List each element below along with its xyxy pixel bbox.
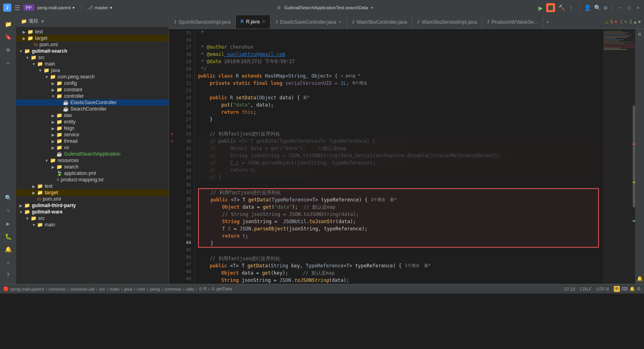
tree-item-controller[interactable]: ▼ 📁 controller — [16, 93, 169, 99]
tree-item-elastic-controller[interactable]: ☕ ElasticSaveController — [16, 99, 169, 106]
tree-item-test-2[interactable]: ▶ 📁 test — [16, 183, 169, 189]
tree-item-application-yml[interactable]: 🍃 application.yml — [16, 170, 169, 177]
tree-item-test[interactable]: ▶ 📁 test — [16, 29, 169, 35]
tree-item-feign[interactable]: ▶ 📁 feign — [16, 125, 169, 131]
file-tree-header: 📁 项目 ▾ — [16, 15, 169, 27]
tree-item-main-ware[interactable]: ▼ 📁 main — [16, 222, 169, 228]
tab-overflow-menu[interactable]: ▾ — [543, 19, 552, 25]
minimize-button[interactable]: — — [617, 5, 623, 10]
bookmarks-icon[interactable]: 🔖 — [2, 31, 14, 43]
tree-item-gulimall-third[interactable]: ▶ 📁 gulimall-third-party — [16, 202, 169, 209]
tree-item-dao[interactable]: ▶ 📁 dao — [16, 112, 169, 119]
file-tree-panel: 📁 项目 ▾ ▶ 📁 test ▶ 📁 target m — [16, 15, 169, 284]
tree-item-gulimall-app[interactable]: ☕ GulimallSearchApplication — [16, 151, 169, 157]
code-line-33: // T t = JSON.parseObject(jsonString, ty… — [198, 159, 600, 166]
line-numbers: 15 16 17 18 19 20 21 22 23 24 25 26 27 2… — [175, 29, 195, 284]
maven-icon[interactable]: m — [638, 31, 641, 37]
file-tree-content[interactable]: ▶ 📁 test ▶ 📁 target m pom.xml ▼ 📁 — [16, 27, 169, 284]
code-line-19: * @date 2016年10月27日 下午9:59:27 — [198, 58, 600, 65]
tab-ware-service[interactable]: J WareSkuServiceImpl.java — [412, 15, 482, 29]
run-button[interactable]: ▶ — [539, 4, 543, 12]
code-line-42: T t = JSON.parseObject(jsonString, typeR… — [199, 225, 598, 232]
tree-item-target[interactable]: ▶ 📁 target — [16, 35, 169, 41]
gutter-marks: ⊘ ⊘ — [169, 29, 175, 284]
tree-item-search-folder[interactable]: ▶ 📁 search — [16, 164, 169, 170]
problems-icon[interactable]: ⚠ — [2, 257, 14, 268]
warning-marker — [633, 182, 635, 183]
tab-elastic-controller[interactable]: J ElasticSaveController.java ✕ — [270, 15, 347, 29]
search-icon[interactable]: 🔍 — [594, 4, 601, 11]
build-button[interactable]: 🔨 — [558, 4, 565, 11]
code-line-34: // return t; — [198, 166, 600, 174]
debug-icon[interactable]: 🐛 — [2, 231, 14, 242]
tree-item-search-controller[interactable]: ☕ SearchController — [16, 106, 169, 112]
git-icon[interactable]: ⑂ — [2, 205, 14, 216]
code-content[interactable]: * * @author chenshun * @email sunlightcs… — [195, 29, 603, 284]
editor-area: J SpuInfoServiceImpl.java R R.java ✕ J E… — [169, 15, 644, 284]
titlebar: J ☰ PP peng-mall-parent ▾ | ⎇ master ▾ ⚙… — [0, 0, 644, 15]
project-badge: PP — [23, 4, 34, 11]
notifications-right[interactable]: 🔔 — [637, 276, 643, 281]
editor-warnings: ⚠ 5 ✖ 1 ✎ 2 ▲ ▼ — [602, 19, 644, 25]
code-line-46: // 利用fastjson进行反序列化 — [198, 255, 600, 262]
code-line-25: put("data", data); — [198, 101, 600, 109]
more-actions[interactable]: ⋮ — [568, 4, 574, 11]
code-line-47: public <T> T getData(String key, TypeRef… — [198, 262, 600, 269]
tree-item-service[interactable]: ▶ 📁 service — [16, 131, 169, 138]
tree-item-pomxml-1[interactable]: m pom.xml — [16, 41, 169, 48]
code-line-39: Object data = get("data"); // 默认是map — [199, 203, 598, 211]
code-line-18: * @email sunlightcs@gmail.com — [198, 51, 600, 58]
tab-r-java[interactable]: R R.java ✕ — [236, 15, 270, 29]
code-line-16 — [198, 36, 600, 43]
project-icon[interactable]: 📁 — [2, 18, 14, 30]
tree-item-product-mapping[interactable]: ≡ product-mapping.txt — [16, 177, 169, 183]
tree-item-vo[interactable]: ▶ 📁 vo — [16, 144, 169, 151]
tab-spu-service[interactable]: J SpuInfoServiceImpl.java — [169, 15, 236, 29]
user-icon[interactable]: 👤 — [584, 4, 591, 11]
branch-selector[interactable]: ⎇ master ▾ — [87, 5, 112, 10]
minimap-scrollbar[interactable] — [633, 105, 635, 207]
close-button[interactable]: ✕ — [635, 5, 641, 10]
tree-item-gulimall-search[interactable]: ▼ 📁 gulimall-search — [16, 48, 169, 54]
tab-elastic-close[interactable]: ✕ — [339, 20, 342, 24]
tab-product-attr[interactable]: J ProductAttrValueSe... — [482, 15, 543, 29]
tree-item-config[interactable]: ▶ 📁 config — [16, 80, 169, 86]
structure-icon[interactable]: ⊞ — [2, 44, 14, 55]
tree-item-resources[interactable]: ▼ 📁 resources — [16, 157, 169, 164]
tab-bar: J SpuInfoServiceImpl.java R R.java ✕ J E… — [169, 15, 644, 29]
tree-item-com-peng-search[interactable]: ▼ 📁 com.peng.search — [16, 74, 169, 80]
code-line-21: public class R extends HashMap<String, O… — [198, 72, 600, 80]
tree-item-gulimall-ware[interactable]: ▼ 📁 gulimall-ware — [16, 209, 169, 215]
tree-item-entity[interactable]: ▶ 📁 entity — [16, 119, 169, 125]
minimap — [603, 29, 635, 284]
status-bar: 🔴 peng-mall-parent › common › common-uti… — [0, 284, 644, 294]
tree-item-constant[interactable]: ▶ 📁 constant — [16, 86, 169, 93]
run-icon[interactable]: ▶ — [2, 218, 14, 229]
app-logo: J — [3, 4, 11, 12]
settings-icon[interactable]: ⚙ — [604, 4, 607, 11]
tree-item-thread[interactable]: ▶ 📁 thread — [16, 138, 169, 144]
project-name[interactable]: peng-mall-parent ▾ — [37, 5, 75, 10]
maximize-button[interactable]: □ — [626, 5, 632, 10]
tree-item-java[interactable]: ▼ 📁 java — [16, 67, 169, 74]
debug-button[interactable]: ⬛ — [546, 3, 555, 12]
tab-ware-controller[interactable]: J WareSkuController.java — [347, 15, 412, 29]
notifications-icon[interactable]: 🔔 — [2, 244, 14, 255]
code-line-23 — [198, 87, 600, 94]
tab-r-java-close[interactable]: ✕ — [262, 19, 265, 24]
tree-item-src[interactable]: ▼ 📁 src — [16, 54, 169, 61]
code-editor[interactable]: ⊘ ⊘ — [169, 29, 603, 284]
breadcrumb: 🔴 peng-mall-parent › common › common-uti… — [3, 286, 232, 292]
error-marker — [633, 144, 635, 145]
tree-item-target-2[interactable]: ▶ 📁 target — [16, 189, 169, 196]
code-line-20: */ — [198, 65, 600, 72]
tree-item-pomxml-2[interactable]: m pom.xml — [16, 196, 169, 202]
hamburger-menu[interactable]: ☰ — [14, 4, 20, 12]
more-icons[interactable]: ⋯ — [2, 57, 14, 68]
tree-item-main[interactable]: ▼ 📁 main — [16, 61, 169, 67]
find-icon[interactable]: 🔍 — [2, 192, 14, 203]
tree-item-src-ware[interactable]: ▼ 📁 src — [16, 215, 169, 222]
code-line-38: public <T> T getData(TypeReference<T> ty… — [199, 196, 598, 203]
status-right: 37:18 CRLF UTF-8 中 ⌨ 🔔 ⚙ — [564, 286, 641, 292]
help-icon[interactable]: ? — [2, 269, 14, 281]
